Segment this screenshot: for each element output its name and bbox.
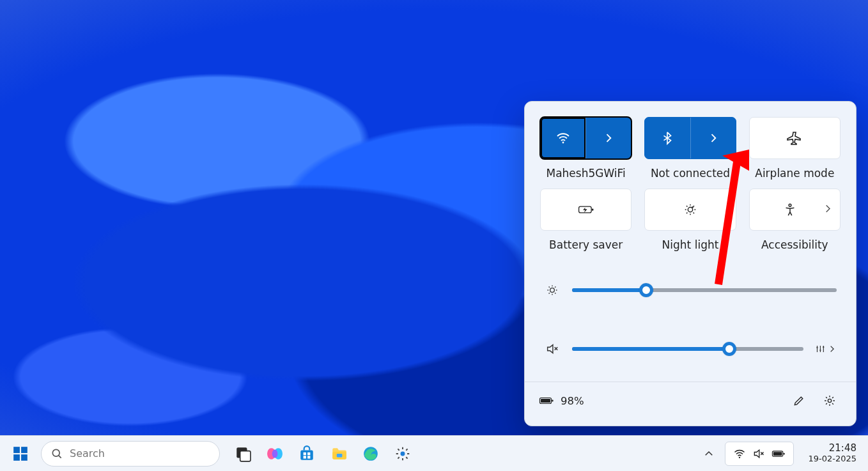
bluetooth-icon xyxy=(660,131,674,145)
chevron-up-icon xyxy=(703,448,715,459)
wifi-icon xyxy=(733,447,746,460)
gear-icon xyxy=(394,445,411,462)
wifi-tile[interactable] xyxy=(540,117,632,159)
svg-point-5 xyxy=(789,204,791,206)
tray-clock[interactable]: 21:48 19-02-2025 xyxy=(800,443,862,463)
night-light-icon xyxy=(683,203,697,217)
system-tray-status[interactable] xyxy=(725,442,794,466)
chevron-right-icon xyxy=(602,132,615,144)
file-explorer-button[interactable] xyxy=(325,440,353,468)
volume-muted-icon[interactable] xyxy=(544,342,561,356)
chevron-right-icon xyxy=(822,203,833,217)
volume-slider-row xyxy=(544,334,837,364)
quick-settings-footer: 98% xyxy=(525,382,856,419)
copilot-icon xyxy=(267,445,283,462)
task-view-icon xyxy=(235,445,251,462)
brightness-icon xyxy=(544,284,561,297)
battery-status[interactable]: 98% xyxy=(539,393,584,408)
bluetooth-label: Not connected xyxy=(651,167,730,180)
night-light-tile[interactable] xyxy=(644,189,736,231)
svg-rect-11 xyxy=(552,400,553,402)
tray-overflow-button[interactable] xyxy=(699,444,718,463)
svg-rect-12 xyxy=(541,399,550,403)
airplane-icon xyxy=(787,130,802,146)
task-view-button[interactable] xyxy=(229,440,257,468)
svg-rect-33 xyxy=(773,452,782,456)
night-light-label: Night light xyxy=(662,238,719,251)
svg-point-7 xyxy=(816,347,818,348)
svg-point-29 xyxy=(401,451,405,456)
svg-rect-20 xyxy=(240,451,251,461)
accessibility-icon xyxy=(783,203,797,217)
chevron-right-icon xyxy=(827,343,837,355)
bluetooth-tile[interactable] xyxy=(644,117,736,159)
wifi-icon xyxy=(555,130,571,146)
svg-rect-23 xyxy=(307,452,310,454)
accessibility-label: Accessibility xyxy=(761,238,828,251)
wifi-toggle[interactable] xyxy=(541,118,585,158)
svg-rect-17 xyxy=(21,454,27,461)
pencil-icon xyxy=(793,394,805,407)
wifi-expand[interactable] xyxy=(585,118,631,158)
quick-settings-panel: Mahesh5GWiFi Not connected xyxy=(524,101,856,426)
bluetooth-toggle[interactable] xyxy=(645,118,690,158)
battery-saver-tile[interactable] xyxy=(540,189,632,231)
svg-rect-24 xyxy=(304,456,306,458)
airplane-mode-label: Airplane mode xyxy=(755,167,834,180)
taskbar: 21:48 19-02-2025 xyxy=(0,435,868,471)
svg-rect-21 xyxy=(300,450,313,459)
taskbar-search[interactable] xyxy=(41,441,220,467)
search-icon xyxy=(50,447,63,460)
volume-muted-icon xyxy=(752,447,765,460)
gear-icon xyxy=(823,394,836,407)
battery-icon xyxy=(771,447,786,461)
svg-point-3 xyxy=(688,207,692,212)
audio-mixer-icon xyxy=(815,343,826,355)
battery-saver-icon xyxy=(578,201,594,218)
folder-icon xyxy=(330,445,347,462)
taskbar-pinned-apps xyxy=(229,440,417,468)
svg-rect-2 xyxy=(592,208,593,210)
chevron-right-icon xyxy=(707,132,720,144)
wifi-label: Mahesh5GWiFi xyxy=(546,167,625,180)
edit-quick-settings-button[interactable] xyxy=(787,389,811,413)
all-settings-button[interactable] xyxy=(818,389,842,413)
svg-rect-15 xyxy=(21,447,27,453)
battery-icon xyxy=(539,393,554,408)
audio-output-select[interactable] xyxy=(815,343,837,355)
battery-saver-label: Battery saver xyxy=(549,238,623,251)
brightness-slider-row xyxy=(544,275,837,305)
clock-date: 19-02-2025 xyxy=(808,454,856,464)
copilot-button[interactable] xyxy=(261,440,289,468)
svg-rect-25 xyxy=(307,456,310,458)
airplane-mode-tile[interactable] xyxy=(749,117,841,159)
windows-logo-icon xyxy=(12,445,29,462)
svg-rect-22 xyxy=(304,452,306,454)
svg-point-30 xyxy=(739,456,740,458)
svg-point-0 xyxy=(562,142,564,144)
svg-point-8 xyxy=(819,350,821,351)
svg-point-6 xyxy=(550,288,555,293)
start-button[interactable] xyxy=(6,440,35,468)
edge-button[interactable] xyxy=(357,440,385,468)
microsoft-store-button[interactable] xyxy=(293,440,321,468)
bluetooth-expand[interactable] xyxy=(690,118,736,158)
svg-rect-32 xyxy=(784,452,785,454)
svg-point-4 xyxy=(692,206,694,208)
edge-icon xyxy=(362,445,379,462)
svg-point-13 xyxy=(828,399,831,402)
store-icon xyxy=(298,445,315,462)
volume-slider[interactable] xyxy=(572,347,803,351)
svg-rect-16 xyxy=(13,454,20,461)
brightness-slider[interactable] xyxy=(572,288,837,292)
svg-rect-27 xyxy=(337,454,343,457)
svg-point-18 xyxy=(52,449,59,456)
settings-button[interactable] xyxy=(389,440,417,468)
svg-rect-14 xyxy=(13,447,20,453)
svg-point-9 xyxy=(823,346,824,348)
search-input[interactable] xyxy=(70,447,210,459)
clock-time: 21:48 xyxy=(808,443,856,454)
accessibility-tile[interactable] xyxy=(749,189,841,231)
battery-percent-label: 98% xyxy=(561,395,584,407)
